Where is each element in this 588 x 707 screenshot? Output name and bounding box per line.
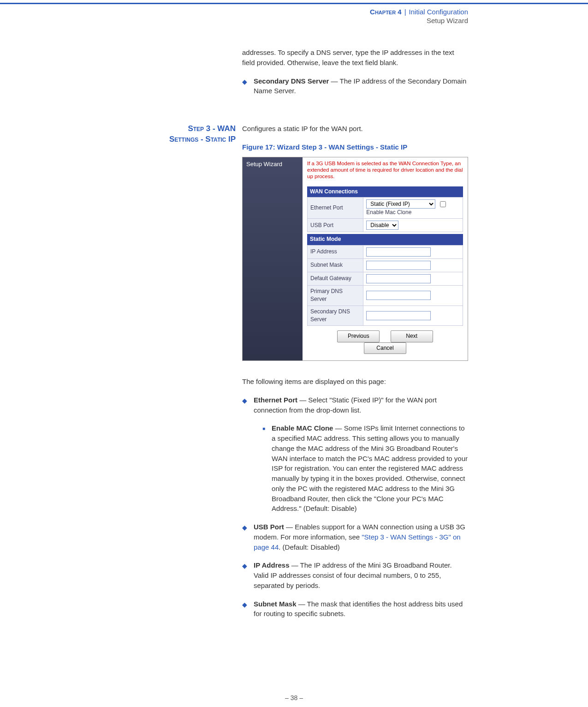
- bullet-usb-port: USB Port — Enables support for a WAN con…: [254, 522, 468, 552]
- chapter-title: Initial Configuration: [409, 8, 468, 16]
- enable-mac-clone-checkbox[interactable]: [440, 201, 446, 207]
- bullet-icon: ◆: [242, 523, 247, 552]
- figure-caption: Figure 17: Wizard Step 3 - WAN Settings …: [242, 142, 468, 152]
- next-button[interactable]: Next: [391, 330, 433, 342]
- term-text: — Some ISPs limit Internet connections t…: [272, 424, 468, 512]
- figure-screenshot: Setup Wizard If a 3G USB Modem is select…: [242, 157, 468, 361]
- term: IP Address: [254, 561, 290, 569]
- row-label-sdns: Secondary DNS Server: [308, 306, 363, 326]
- wizard-warning: If a 3G USB Modem is selected as the WAN…: [307, 160, 463, 180]
- bullet-icon: ◆: [242, 600, 247, 619]
- chapter-subtitle: Setup Wizard: [0, 17, 588, 24]
- term: USB Port: [254, 523, 284, 531]
- primary-dns-input[interactable]: [366, 291, 431, 300]
- row-label-usb: USB Port: [308, 219, 363, 232]
- enable-mac-clone-label: Enable Mac Clone: [366, 209, 411, 216]
- header-separator: |: [404, 8, 406, 16]
- row-label-ip: IP Address: [308, 245, 363, 258]
- following-items-text: The following items are displayed on thi…: [242, 377, 468, 387]
- bullet-icon: ◆: [242, 396, 247, 415]
- default-gateway-input[interactable]: [366, 274, 431, 283]
- previous-button[interactable]: Previous: [337, 330, 380, 342]
- paragraph-continuation: addresses. To specify a DNS server, type…: [242, 48, 468, 68]
- chapter-label: Chapter 4: [370, 8, 402, 16]
- secondary-dns-input[interactable]: [366, 311, 431, 320]
- ip-address-input[interactable]: [366, 247, 431, 257]
- page-header: Chapter 4 | Initial Configuration: [0, 4, 588, 17]
- static-mode-table: IP Address Subnet Mask Default Gateway P…: [307, 245, 463, 326]
- bullet-icon: ◆: [242, 561, 247, 590]
- term: Ethernet Port: [254, 396, 297, 404]
- wizard-sidebar: Setup Wizard: [243, 157, 303, 361]
- sub-bullet-icon: ■: [262, 425, 265, 514]
- term: Enable MAC Clone: [272, 424, 333, 432]
- wan-connections-header: WAN Connections: [307, 186, 463, 197]
- term: Subnet Mask: [254, 600, 297, 608]
- term-text-after: . (Default: Disabled): [279, 543, 340, 551]
- subnet-mask-input[interactable]: [366, 261, 431, 270]
- ethernet-port-select[interactable]: Static (Fixed IP): [366, 199, 435, 209]
- section-intro: Configures a static IP for the WAN port.: [242, 124, 468, 134]
- bullet-ethernet-port: Ethernet Port — Select "Static (Fixed IP…: [254, 395, 468, 415]
- bullet-secondary-dns: Secondary DNS Server — The IP address of…: [254, 76, 468, 96]
- bullet-subnet-mask: Subnet Mask — The mask that identifies t…: [254, 599, 468, 619]
- row-label-ethernet: Ethernet Port: [308, 198, 363, 219]
- bullet-icon: ◆: [242, 77, 247, 96]
- static-mode-header: Static Mode: [307, 234, 463, 245]
- row-label-subnet: Subnet Mask: [308, 258, 363, 272]
- cancel-button[interactable]: Cancel: [364, 342, 406, 354]
- bullet-ip-address: IP Address — The IP address of the Mini …: [254, 560, 468, 590]
- page-number: – 38 –: [0, 694, 588, 701]
- term: Secondary DNS Server: [254, 77, 329, 85]
- usb-port-select[interactable]: Disable: [366, 221, 398, 230]
- sub-bullet-mac-clone: Enable MAC Clone — Some ISPs limit Inter…: [272, 423, 468, 514]
- row-label-pdns: Primary DNS Server: [308, 285, 363, 306]
- wan-connections-table: Ethernet Port Static (Fixed IP) Enable M…: [307, 197, 463, 232]
- row-label-gateway: Default Gateway: [308, 272, 363, 285]
- section-side-heading: Step 3 - WAN Settings - Static IP: [55, 124, 242, 619]
